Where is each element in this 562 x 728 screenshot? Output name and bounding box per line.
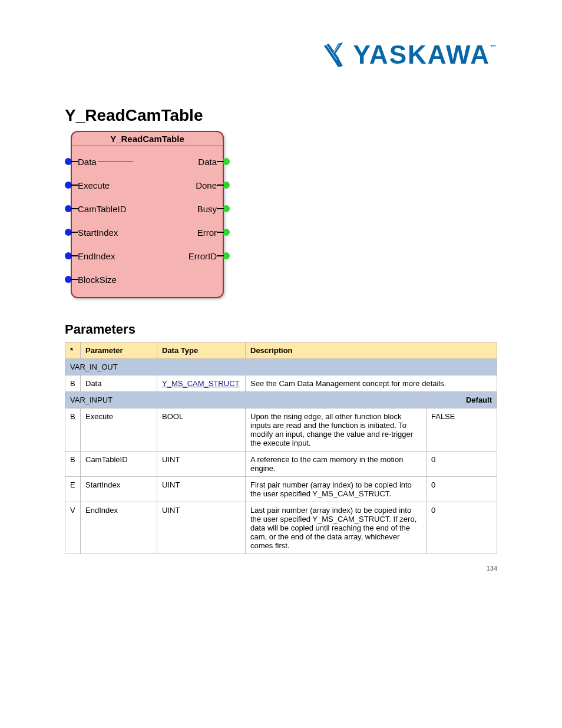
trademark-icon: ™	[490, 44, 497, 50]
fb-port-row: ExecuteDone	[78, 173, 217, 197]
brand-logo: YASKAWA™	[322, 41, 497, 68]
port-stem-icon	[217, 255, 224, 256]
fb-right-port: Busy	[197, 204, 217, 214]
table-row: VEndIndexUINTLast pair number (array ind…	[65, 502, 497, 554]
cell-type: BOOL	[157, 409, 246, 452]
table-row: BCamTableIDUINTA reference to the cam me…	[65, 452, 497, 477]
cell-type: UINT	[157, 452, 246, 477]
cell-default: FALSE	[427, 409, 497, 452]
section-var-in-out: VAR_IN_OUT	[65, 359, 497, 375]
cell-desc: See the Cam Data Management concept for …	[246, 375, 497, 392]
fb-left-label: Data	[78, 157, 97, 167]
fb-left-port: EndIndex	[78, 251, 115, 261]
cell-param: CamTableID	[81, 452, 157, 477]
cell-param: Execute	[81, 409, 157, 452]
cell-flag: B	[65, 375, 81, 392]
page-number: 134	[487, 565, 497, 572]
cell-desc: Last pair number (array index) to be cop…	[246, 502, 427, 554]
table-header-row: * Parameter Data Type Description	[65, 342, 497, 359]
port-stem-icon	[217, 161, 224, 162]
fb-left-label: CamTableID	[78, 204, 127, 214]
fb-title: Y_ReadCamTable	[72, 132, 223, 146]
fb-port-row: EndIndexErrorID	[78, 244, 217, 268]
fb-left-label: BlockSize	[78, 275, 117, 285]
cell-param: Data	[81, 375, 157, 392]
fb-left-port: BlockSize	[78, 275, 117, 285]
fb-left-label: Execute	[78, 180, 110, 190]
default-header-text: Default	[466, 396, 492, 404]
page-title: Y_ReadCamTable	[65, 106, 497, 125]
fb-left-port: Data	[78, 157, 134, 167]
fb-left-port: CamTableID	[78, 204, 127, 214]
type-link[interactable]: Y_MS_CAM_STRUCT	[162, 379, 239, 388]
fb-right-label: Busy	[197, 204, 217, 214]
port-stem-icon	[71, 185, 78, 186]
cell-type: UINT	[157, 502, 246, 554]
fb-right-port: Error	[197, 228, 217, 238]
col-type-header: Data Type	[157, 342, 246, 359]
col-flag-header: *	[65, 342, 81, 359]
fb-port-row: BlockSize	[78, 268, 217, 291]
table-row: BDataY_MS_CAM_STRUCTSee the Cam Data Man…	[65, 375, 497, 392]
cell-desc: First pair number (array index) to be co…	[246, 477, 427, 502]
fb-right-label: Error	[197, 228, 217, 238]
fb-right-label: Data	[198, 157, 217, 167]
port-stem-icon	[71, 232, 78, 233]
function-block-diagram: Y_ReadCamTable Data DataExecuteDoneCamTa…	[71, 131, 497, 298]
port-stem-icon	[71, 208, 78, 209]
section-var-input: VAR_INPUT Default	[65, 392, 497, 409]
fb-right-port: Done	[196, 180, 217, 190]
brand-mark-icon	[322, 41, 349, 68]
fb-right-port: Data	[198, 157, 217, 167]
table-row: EStartIndexUINTFirst pair number (array …	[65, 477, 497, 502]
fb-right-label: Done	[196, 180, 217, 190]
port-stem-icon	[71, 255, 78, 256]
fb-left-port: Execute	[78, 180, 110, 190]
cell-type: UINT	[157, 477, 246, 502]
fb-port-row: CamTableIDBusy	[78, 197, 217, 220]
fb-port-row: Data Data	[78, 150, 217, 173]
cell-default: 0	[427, 452, 497, 477]
section-label-in: VAR_INPUT	[65, 392, 427, 409]
fb-left-label: EndIndex	[78, 251, 115, 261]
fb-left-port: StartIndex	[78, 228, 118, 238]
port-stem-icon	[217, 185, 224, 186]
cell-desc: A reference to the cam memory in the mot…	[246, 452, 427, 477]
cell-flag: B	[65, 452, 81, 477]
fb-port-row: StartIndexError	[78, 220, 217, 244]
fb-left-label: StartIndex	[78, 228, 118, 238]
cell-default: 0	[427, 477, 497, 502]
cell-param: StartIndex	[81, 477, 157, 502]
fb-right-port: ErrorID	[189, 251, 217, 261]
col-param-header: Parameter	[81, 342, 157, 359]
cell-default: 0	[427, 502, 497, 554]
brand-name-text: YASKAWA	[353, 40, 490, 69]
data-connector-line	[98, 162, 133, 162]
brand-name: YASKAWA™	[353, 42, 497, 68]
port-stem-icon	[217, 232, 224, 233]
section-label: VAR_IN_OUT	[65, 359, 497, 375]
port-stem-icon	[71, 279, 78, 280]
parameters-heading: Parameters	[65, 322, 497, 337]
cell-flag: E	[65, 477, 81, 502]
col-desc-header: Description	[246, 342, 497, 359]
port-stem-icon	[71, 161, 78, 162]
default-col-header: Default	[427, 392, 497, 409]
cell-desc: Upon the rising edge, all other function…	[246, 409, 427, 452]
parameters-table: * Parameter Data Type Description VAR_IN…	[65, 342, 497, 554]
fb-right-label: ErrorID	[189, 251, 217, 261]
port-stem-icon	[217, 208, 224, 209]
cell-flag: B	[65, 409, 81, 452]
table-row: BExecuteBOOLUpon the rising edge, all ot…	[65, 409, 497, 452]
cell-type: Y_MS_CAM_STRUCT	[157, 375, 246, 392]
cell-flag: V	[65, 502, 81, 554]
cell-param: EndIndex	[81, 502, 157, 554]
